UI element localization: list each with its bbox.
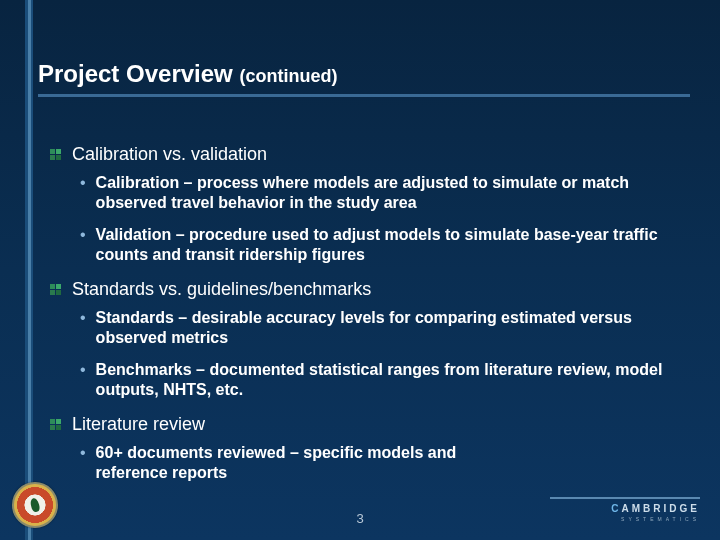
bullet-level2: • Calibration – process where models are… bbox=[80, 173, 680, 213]
svg-rect-0 bbox=[50, 149, 55, 154]
svg-rect-1 bbox=[56, 149, 61, 154]
sub-bullet-text: Validation – procedure used to adjust mo… bbox=[96, 225, 680, 265]
square-bullet-icon bbox=[50, 419, 62, 431]
title-suffix: (continued) bbox=[239, 66, 337, 86]
sub-bullet-text: Calibration – process where models are a… bbox=[96, 173, 680, 213]
bullet-level2: • Standards – desirable accuracy levels … bbox=[80, 308, 680, 348]
svg-rect-3 bbox=[56, 155, 61, 160]
svg-rect-11 bbox=[56, 425, 61, 430]
square-bullet-icon bbox=[50, 149, 62, 161]
bullet-level1: Standards vs. guidelines/benchmarks bbox=[50, 279, 680, 300]
dot-bullet-icon: • bbox=[80, 443, 86, 462]
sub-bullet-text: 60+ documents reviewed – specific models… bbox=[96, 443, 500, 483]
title-area: Project Overview (continued) bbox=[38, 60, 690, 97]
bullet-level2: • 60+ documents reviewed – specific mode… bbox=[80, 443, 680, 483]
square-bullet-icon bbox=[50, 284, 62, 296]
bullet-text: Calibration vs. validation bbox=[72, 144, 267, 165]
svg-rect-7 bbox=[56, 290, 61, 295]
brand-subtitle: SYSTEMATICS bbox=[550, 516, 700, 522]
title-main: Project Overview bbox=[38, 60, 233, 87]
bullet-level1: Literature review bbox=[50, 414, 680, 435]
slide-title: Project Overview (continued) bbox=[38, 60, 690, 97]
dot-bullet-icon: • bbox=[80, 308, 86, 327]
bullet-text: Standards vs. guidelines/benchmarks bbox=[72, 279, 371, 300]
brand-name: CAMBRIDGE bbox=[550, 503, 700, 514]
brand-logo: CAMBRIDGE SYSTEMATICS bbox=[550, 497, 700, 522]
bullet-text: Literature review bbox=[72, 414, 205, 435]
page-number: 3 bbox=[356, 511, 363, 526]
svg-rect-6 bbox=[50, 290, 55, 295]
sub-bullet-text: Benchmarks – documented statistical rang… bbox=[96, 360, 680, 400]
dot-bullet-icon: • bbox=[80, 360, 86, 379]
svg-rect-8 bbox=[50, 419, 55, 424]
florida-dot-seal-icon bbox=[12, 482, 58, 528]
brand-divider bbox=[550, 497, 700, 499]
dot-bullet-icon: • bbox=[80, 225, 86, 244]
brand-primary-text: AMBRIDGE bbox=[622, 503, 700, 514]
bullet-level1: Calibration vs. validation bbox=[50, 144, 680, 165]
bullet-level2: • Benchmarks – documented statistical ra… bbox=[80, 360, 680, 400]
sub-bullet-text: Standards – desirable accuracy levels fo… bbox=[96, 308, 680, 348]
dot-bullet-icon: • bbox=[80, 173, 86, 192]
svg-rect-4 bbox=[50, 284, 55, 289]
svg-rect-10 bbox=[50, 425, 55, 430]
svg-rect-5 bbox=[56, 284, 61, 289]
svg-rect-2 bbox=[50, 155, 55, 160]
left-accent-bar-inner bbox=[28, 0, 31, 540]
content-body: Calibration vs. validation • Calibration… bbox=[50, 130, 680, 495]
bullet-level2: • Validation – procedure used to adjust … bbox=[80, 225, 680, 265]
svg-rect-9 bbox=[56, 419, 61, 424]
